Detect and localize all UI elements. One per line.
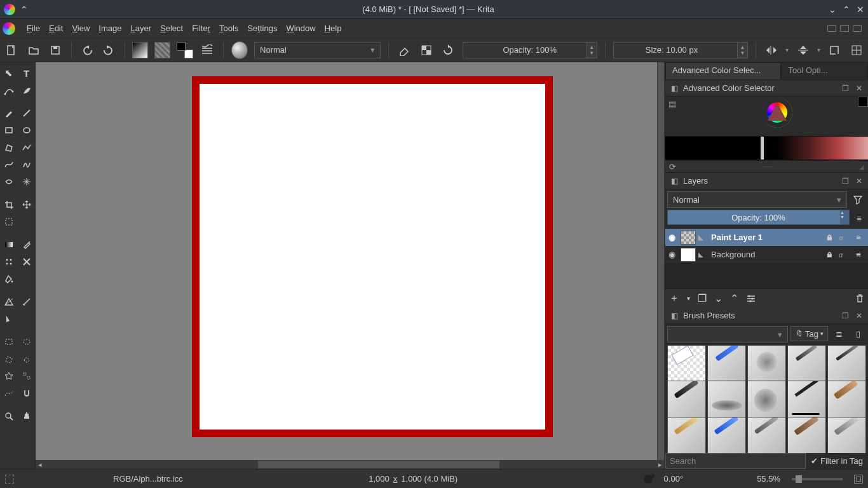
brush-preset-button[interactable] (231, 41, 248, 59)
brush-preset-fine-pen[interactable] (827, 345, 866, 384)
tool-select-bezier[interactable] (0, 385, 17, 402)
detach-panel-icon[interactable]: ❐ (840, 84, 850, 93)
tool-smart-patch[interactable] (18, 254, 35, 270)
canvas-viewport[interactable] (36, 62, 665, 460)
brush-filter-in-tag-checkbox[interactable]: ✔Filter in Tag (806, 453, 868, 469)
tool-zoom[interactable] (0, 408, 17, 424)
tool-color-picker[interactable] (18, 236, 35, 253)
brush-preset-wood-pencil[interactable] (667, 417, 706, 453)
layer-row-paint-layer-1[interactable]: ◉ ◣ Paint Layer 1 🔒︎ α ≡ (665, 229, 868, 246)
brush-settings-icon[interactable] (200, 42, 215, 58)
layer-filter-icon[interactable] (850, 191, 866, 208)
panel-resize-grip[interactable]: ◢ (859, 163, 864, 170)
app-menu-logo-icon[interactable] (3, 22, 15, 35)
tool-select-contiguous[interactable] (0, 368, 17, 384)
brush-preset-pencil-dark[interactable] (667, 381, 706, 419)
tool-edit-shapes[interactable] (0, 82, 17, 98)
mirror-v-dropdown-icon[interactable]: ▾ (817, 46, 820, 53)
mirror-vertical-button[interactable] (795, 42, 811, 58)
tool-select-similar[interactable] (18, 368, 35, 384)
layer-alpha-icon[interactable]: α (839, 234, 849, 241)
tool-calligraphy[interactable] (18, 82, 35, 98)
tool-fill[interactable] (0, 271, 17, 287)
gradient-swatch[interactable] (132, 42, 148, 58)
open-file-button[interactable] (26, 42, 42, 58)
brush-preset-charcoal[interactable] (787, 417, 826, 453)
layer-lock-icon[interactable]: 🔒︎ (826, 234, 836, 241)
current-color-swatch[interactable] (858, 97, 868, 107)
workspace-icon-1[interactable] (827, 25, 836, 32)
brush-preset-sketch[interactable] (747, 417, 786, 453)
vertical-scrollbar[interactable] (657, 62, 665, 460)
brush-tag-filter-dropdown[interactable]: ▾ (667, 326, 788, 342)
brush-preset-marker[interactable] (827, 417, 866, 453)
opacity-slider[interactable]: Opacity: 100% ▲▼ (463, 42, 597, 58)
rotation-label[interactable]: 0.00° (664, 474, 684, 484)
layer-lock-icon[interactable]: 🔒︎ (826, 251, 836, 259)
color-profile-label[interactable]: RGB/Alph...btrc.icc (113, 474, 183, 484)
detach-layers-icon[interactable]: ❐ (840, 177, 850, 186)
brush-preset-blue-pen[interactable] (707, 345, 746, 384)
layer-alpha-icon[interactable]: α (839, 251, 849, 259)
add-layer-button[interactable]: ＋ (669, 292, 679, 305)
brush-preset-soft-round[interactable] (747, 345, 786, 384)
tool-transform[interactable]: ⬉ (0, 65, 17, 81)
tool-reference[interactable] (0, 311, 17, 327)
tool-multibrush[interactable] (18, 173, 35, 190)
layer-row-menu-icon[interactable]: ≡ (851, 233, 865, 242)
layer-properties-button[interactable] (746, 294, 756, 303)
no-selection-icon[interactable] (5, 475, 14, 484)
redo-button[interactable] (101, 42, 117, 58)
scroll-right-icon[interactable]: ▸ (656, 460, 665, 469)
blend-mode-dropdown[interactable]: Normal ▾ (254, 42, 381, 58)
reload-preset-button[interactable] (440, 42, 456, 58)
move-layer-up-button[interactable]: ⌃ (730, 292, 738, 304)
duplicate-layer-button[interactable]: ❐ (698, 292, 707, 304)
zoom-slider[interactable] (792, 478, 843, 480)
brush-preset-smudge[interactable] (707, 381, 746, 419)
float-layers-icon[interactable]: ◧ (669, 177, 679, 186)
wrap-around-button[interactable] (827, 42, 843, 58)
foreground-background-color[interactable] (177, 42, 193, 58)
close-panel-icon[interactable]: ✕ (854, 84, 864, 93)
menu-help[interactable]: Help (325, 24, 342, 33)
layer-menu-icon[interactable]: ≡ (852, 210, 866, 227)
move-layer-down-button[interactable]: ⌄ (714, 292, 722, 304)
tool-transform-free[interactable] (0, 214, 17, 230)
tool-select-freehand[interactable] (18, 351, 35, 367)
layer-visibility-icon[interactable]: ◉ (665, 250, 678, 259)
alpha-lock-button[interactable] (419, 42, 435, 58)
zoom-label[interactable]: 55.5% (757, 474, 780, 484)
tool-measure[interactable] (18, 294, 35, 310)
menu-layer[interactable]: Layer (130, 24, 151, 33)
delete-layer-button[interactable] (855, 294, 864, 304)
workspace-icon-3[interactable] (853, 25, 862, 32)
mirror-h-dropdown-icon[interactable]: ▾ (785, 46, 789, 53)
tool-select-magnetic[interactable] (18, 385, 35, 402)
tool-select-polygon[interactable] (0, 351, 17, 367)
layer-row-background[interactable]: ◉ ◣ Background 🔒︎ α ≡ (665, 246, 868, 263)
layer-opacity-slider[interactable]: Opacity: 100% ▲▼ (667, 210, 850, 225)
brush-preset-bristle[interactable] (827, 381, 866, 419)
tool-gradient[interactable] (0, 236, 17, 253)
window-minimize-icon[interactable]: ⌄ (829, 4, 836, 15)
mirror-horizontal-button[interactable] (764, 42, 780, 58)
pattern-swatch[interactable] (154, 42, 170, 58)
window-close-icon[interactable]: ✕ (857, 4, 864, 15)
tool-polygon[interactable] (0, 139, 17, 156)
workspace-icon-2[interactable] (840, 25, 849, 32)
tool-dynamic-brush[interactable] (0, 173, 17, 190)
brush-preset-eraser[interactable] (667, 345, 706, 384)
menu-settings[interactable]: Settings (247, 24, 277, 33)
brush-storage-icon[interactable]: ▯ (850, 326, 866, 341)
tool-line[interactable] (18, 105, 35, 121)
horizontal-scrollbar[interactable]: ◂ ▸ (36, 460, 665, 469)
undo-button[interactable] (79, 42, 95, 58)
refresh-color-icon[interactable]: ⟳ (669, 162, 676, 172)
menu-select[interactable]: Select (160, 24, 183, 33)
menu-window[interactable]: Window (286, 24, 315, 33)
titlebar-pin-icon[interactable]: ⌃ (20, 4, 28, 15)
tool-freehand-path[interactable] (18, 156, 35, 173)
brush-preset-ink-pen[interactable] (787, 345, 826, 384)
layer-row-menu-icon[interactable]: ≡ (851, 250, 865, 259)
